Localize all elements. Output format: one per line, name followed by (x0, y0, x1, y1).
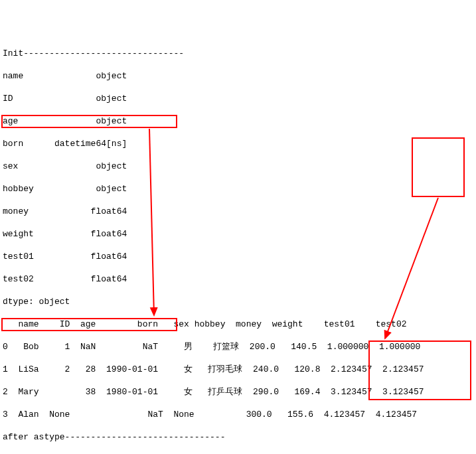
table1-header: name ID age born sex hobbey money weight… (3, 319, 473, 330)
table1-row: 0 Bob 1 NaN NaT 男 打篮球 200.0 140.5 1.0000… (3, 341, 473, 352)
dtype-row: age object (3, 115, 473, 127)
dtype-row: weight float64 (3, 228, 473, 240)
dtype-row: hobbey object (3, 183, 473, 194)
dtype-row: born datetime64[ns] (3, 138, 473, 149)
dtype-row: name object (3, 70, 473, 82)
dtype-row: test01 float64 (3, 251, 473, 262)
table1-row: 3 Alan None NaT None 300.0 155.6 4.12345… (3, 409, 473, 420)
dtype-footer: dtype: object (3, 296, 473, 307)
table1-row: 1 LiSa 2 28 1990-01-01 女 打羽毛球 240.0 120.… (3, 364, 473, 375)
dtype-row: ID object (3, 93, 473, 104)
section-header-init: Init------------------------------- (3, 48, 473, 59)
dtype-row: money float64 (3, 206, 473, 217)
svg-line-1 (385, 198, 438, 339)
section-header-after: after astype----------------------------… (3, 431, 473, 443)
svg-line-0 (149, 129, 154, 315)
table1-row: 2 Mary 38 1980-01-01 女 打乒乓球 290.0 169.4 … (3, 386, 473, 398)
dtype-row-test02-float: test02 float64 (3, 273, 473, 285)
dtype-row: sex object (3, 161, 473, 172)
